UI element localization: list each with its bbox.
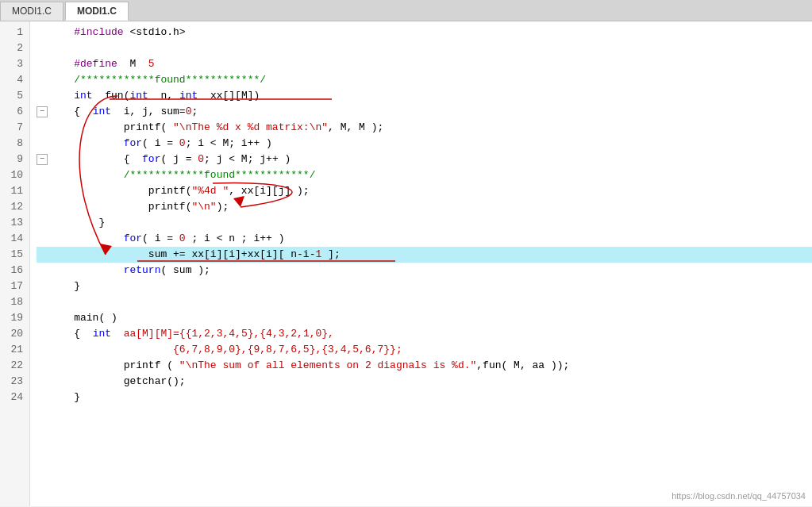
- code-content: return( sum );: [49, 263, 210, 278]
- line-number: 16: [0, 263, 29, 278]
- code-content: getchar();: [49, 374, 186, 390]
- line-number: 10: [0, 167, 29, 183]
- code-line: sum += xx[i][i]+xx[i][ n-i-1 ];: [37, 247, 812, 263]
- fold-button[interactable]: −: [37, 154, 48, 165]
- editor: 123456789101112131415161718192021222324 …: [0, 21, 812, 506]
- line-number: 8: [0, 136, 29, 152]
- line-number: 5: [0, 88, 29, 104]
- watermark: https://blog.csdn.net/qq_44757034: [672, 491, 806, 501]
- line-number: 9: [0, 152, 29, 167]
- code-content: printf("\n");: [49, 199, 229, 215]
- code-line: for( i = 0; i < M; i++ ): [37, 136, 812, 152]
- line-number: 22: [0, 358, 29, 374]
- code-line: #include <stdio.h>: [37, 25, 812, 40]
- code-content: [49, 40, 56, 56]
- code-line: }: [37, 390, 812, 405]
- code-content: for( i = 0 ; i < n ; i++ ): [49, 231, 284, 247]
- code-content: sum += xx[i][i]+xx[i][ n-i-1 ];: [49, 247, 341, 263]
- code-content: [49, 294, 56, 310]
- code-line: printf( "\nThe %d x %d matrix:\n", M, M …: [37, 120, 812, 136]
- code-content: main( ): [49, 310, 117, 326]
- code-line: main( ): [37, 310, 812, 326]
- code-line: printf ( "\nThe sum of all elements on 2…: [37, 358, 812, 374]
- tab-modi1-2[interactable]: MODI1.C: [65, 2, 129, 21]
- line-number: 6: [0, 104, 29, 120]
- code-content: }: [49, 278, 80, 294]
- line-number: 19: [0, 310, 29, 326]
- code-content: printf ( "\nThe sum of all elements on 2…: [49, 358, 569, 374]
- code-line: printf("%4d ", xx[i][j] );: [37, 183, 812, 199]
- code-line: − { for( j = 0; j < M; j++ ): [37, 152, 812, 167]
- code-line: getchar();: [37, 374, 812, 390]
- line-number: 1: [0, 25, 29, 40]
- line-number: 18: [0, 294, 29, 310]
- line-number: 7: [0, 120, 29, 136]
- line-number: 3: [0, 56, 29, 72]
- code-line: int fun(int n, int xx[][M]): [37, 88, 812, 104]
- code-content: {6,7,8,9,0},{9,8,7,6,5},{3,4,5,6,7}};: [49, 342, 402, 358]
- fold-button[interactable]: −: [37, 106, 48, 117]
- line-number: 15: [0, 247, 29, 263]
- tab-modi1-1[interactable]: MODI1.C: [0, 2, 63, 21]
- code-line: [37, 40, 812, 56]
- tab-bar: MODI1.C MODI1.C: [0, 0, 812, 21]
- line-number: 23: [0, 374, 29, 390]
- line-number: 21: [0, 342, 29, 358]
- line-number: 20: [0, 326, 29, 342]
- line-number: 4: [0, 72, 29, 88]
- code-content: { int aa[M][M]={{1,2,3,4,5},{4,3,2,1,0},: [49, 326, 334, 342]
- code-content: for( i = 0; i < M; i++ ): [49, 136, 272, 152]
- code-line: [37, 294, 812, 310]
- code-line: /************found************/: [37, 72, 812, 88]
- code-content: #include <stdio.h>: [49, 25, 186, 40]
- code-line: /************found************/: [37, 167, 812, 183]
- code-content: printf( "\nThe %d x %d matrix:\n", M, M …: [49, 120, 383, 136]
- code-content: /************found************/: [49, 167, 315, 183]
- code-content: { for( j = 0; j < M; j++ ): [49, 152, 291, 167]
- code-content: printf("%4d ", xx[i][j] );: [49, 183, 310, 199]
- line-number: 12: [0, 199, 29, 215]
- code-line: − { int i, j, sum=0;: [37, 104, 812, 120]
- code-content: int fun(int n, int xx[][M]): [49, 88, 260, 104]
- code-line: for( i = 0 ; i < n ; i++ ): [37, 231, 812, 247]
- line-number: 14: [0, 231, 29, 247]
- line-number: 13: [0, 215, 29, 231]
- code-content: #define M 5: [49, 56, 155, 72]
- code-content: /************found************/: [49, 72, 266, 88]
- code-line: { int aa[M][M]={{1,2,3,4,5},{4,3,2,1,0},: [37, 326, 812, 342]
- code-area[interactable]: #include <stdio.h> #define M 5 /********…: [30, 21, 812, 506]
- code-line: return( sum );: [37, 263, 812, 278]
- code-line: {6,7,8,9,0},{9,8,7,6,5},{3,4,5,6,7}};: [37, 342, 812, 358]
- code-line: printf("\n");: [37, 199, 812, 215]
- line-number: 2: [0, 40, 29, 56]
- code-content: }: [49, 390, 80, 405]
- line-number: 24: [0, 390, 29, 405]
- code-line: }: [37, 278, 812, 294]
- line-number: 17: [0, 278, 29, 294]
- code-content: { int i, j, sum=0;: [49, 104, 198, 120]
- code-line: }: [37, 215, 812, 231]
- code-line: #define M 5: [37, 56, 812, 72]
- line-numbers: 123456789101112131415161718192021222324: [0, 21, 30, 506]
- line-number: 11: [0, 183, 29, 199]
- code-content: }: [49, 215, 105, 231]
